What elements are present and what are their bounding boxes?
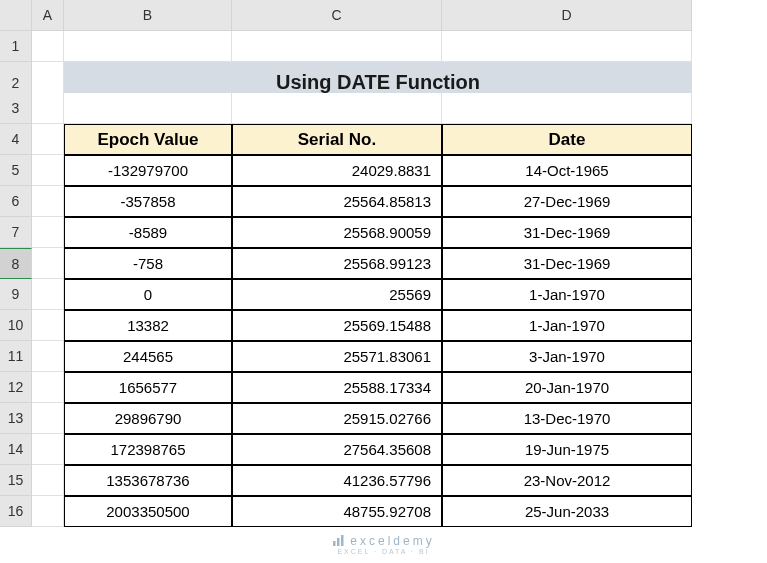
serial-cell[interactable]: 25571.83061 <box>232 341 442 372</box>
cell[interactable] <box>32 124 64 155</box>
row-header[interactable]: 14 <box>0 434 32 465</box>
row-header[interactable]: 11 <box>0 341 32 372</box>
serial-cell[interactable]: 41236.57796 <box>232 465 442 496</box>
cell[interactable] <box>32 465 64 496</box>
cell[interactable] <box>442 31 692 62</box>
date-cell[interactable]: 13-Dec-1970 <box>442 403 692 434</box>
date-cell[interactable]: 27-Dec-1969 <box>442 186 692 217</box>
row-header[interactable]: 15 <box>0 465 32 496</box>
epoch-cell[interactable]: -758 <box>64 248 232 279</box>
col-header-a[interactable]: A <box>32 0 64 31</box>
epoch-cell[interactable]: -8589 <box>64 217 232 248</box>
svg-rect-2 <box>341 535 344 546</box>
epoch-cell[interactable]: 29896790 <box>64 403 232 434</box>
serial-cell[interactable]: 27564.35608 <box>232 434 442 465</box>
epoch-cell[interactable]: 1353678736 <box>64 465 232 496</box>
epoch-cell[interactable]: 1656577 <box>64 372 232 403</box>
date-cell[interactable]: 19-Jun-1975 <box>442 434 692 465</box>
epoch-cell[interactable]: 13382 <box>64 310 232 341</box>
epoch-cell[interactable]: 0 <box>64 279 232 310</box>
spreadsheet-grid: A B C D 1 2 Using DATE Function 3 4 Epoc… <box>0 0 767 527</box>
cell[interactable] <box>64 93 232 124</box>
cell[interactable] <box>442 93 692 124</box>
serial-cell[interactable]: 25564.85813 <box>232 186 442 217</box>
date-cell[interactable]: 20-Jan-1970 <box>442 372 692 403</box>
table-header-serial[interactable]: Serial No. <box>232 124 442 155</box>
serial-cell[interactable]: 25568.90059 <box>232 217 442 248</box>
row-header[interactable]: 7 <box>0 217 32 248</box>
watermark-tag: EXCEL · DATA · BI <box>0 548 767 555</box>
cell[interactable] <box>32 93 64 124</box>
epoch-cell[interactable]: 244565 <box>64 341 232 372</box>
epoch-cell[interactable]: 2003350500 <box>64 496 232 527</box>
cell[interactable] <box>32 31 64 62</box>
cell[interactable] <box>32 403 64 434</box>
row-header[interactable]: 12 <box>0 372 32 403</box>
row-header[interactable]: 9 <box>0 279 32 310</box>
cell[interactable] <box>32 248 64 279</box>
col-header-d[interactable]: D <box>442 0 692 31</box>
serial-cell[interactable]: 48755.92708 <box>232 496 442 527</box>
serial-cell[interactable]: 25569.15488 <box>232 310 442 341</box>
date-cell[interactable]: 25-Jun-2033 <box>442 496 692 527</box>
epoch-cell[interactable]: 172398765 <box>64 434 232 465</box>
cell[interactable] <box>32 186 64 217</box>
cell[interactable] <box>232 93 442 124</box>
date-cell[interactable]: 1-Jan-1970 <box>442 310 692 341</box>
date-cell[interactable]: 31-Dec-1969 <box>442 217 692 248</box>
table-header-date[interactable]: Date <box>442 124 692 155</box>
serial-cell[interactable]: 25915.02766 <box>232 403 442 434</box>
serial-cell[interactable]: 25569 <box>232 279 442 310</box>
cell[interactable] <box>32 279 64 310</box>
epoch-cell[interactable]: -132979700 <box>64 155 232 186</box>
cell[interactable] <box>32 217 64 248</box>
serial-cell[interactable]: 25568.99123 <box>232 248 442 279</box>
row-header[interactable]: 5 <box>0 155 32 186</box>
date-cell[interactable]: 23-Nov-2012 <box>442 465 692 496</box>
row-header[interactable]: 13 <box>0 403 32 434</box>
serial-cell[interactable]: 25588.17334 <box>232 372 442 403</box>
cell[interactable] <box>232 31 442 62</box>
date-cell[interactable]: 31-Dec-1969 <box>442 248 692 279</box>
cell[interactable] <box>64 31 232 62</box>
svg-rect-0 <box>333 541 336 546</box>
date-cell[interactable]: 3-Jan-1970 <box>442 341 692 372</box>
col-header-b[interactable]: B <box>64 0 232 31</box>
date-cell[interactable]: 14-Oct-1965 <box>442 155 692 186</box>
corner-cell[interactable] <box>0 0 32 31</box>
cell[interactable] <box>32 341 64 372</box>
row-header[interactable]: 8 <box>0 248 32 279</box>
table-header-epoch[interactable]: Epoch Value <box>64 124 232 155</box>
cell[interactable] <box>32 310 64 341</box>
row-header[interactable]: 3 <box>0 93 32 124</box>
row-header[interactable]: 10 <box>0 310 32 341</box>
watermark-brand: exceldemy <box>350 534 434 548</box>
row-header[interactable]: 6 <box>0 186 32 217</box>
row-header[interactable]: 1 <box>0 31 32 62</box>
cell[interactable] <box>32 496 64 527</box>
svg-rect-1 <box>337 538 340 546</box>
epoch-cell[interactable]: -357858 <box>64 186 232 217</box>
cell[interactable] <box>32 155 64 186</box>
serial-cell[interactable]: 24029.8831 <box>232 155 442 186</box>
row-header[interactable]: 16 <box>0 496 32 527</box>
cell[interactable] <box>32 372 64 403</box>
cell[interactable] <box>32 434 64 465</box>
row-header[interactable]: 4 <box>0 124 32 155</box>
watermark: exceldemy EXCEL · DATA · BI <box>0 533 767 555</box>
date-cell[interactable]: 1-Jan-1970 <box>442 279 692 310</box>
col-header-c[interactable]: C <box>232 0 442 31</box>
